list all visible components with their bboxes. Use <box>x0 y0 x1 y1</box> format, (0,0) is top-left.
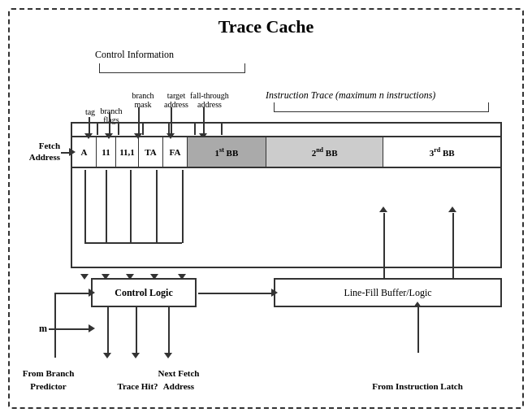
target-addr-text: target address <box>164 91 188 109</box>
f2-down-line <box>130 170 132 243</box>
cl-down-th <box>136 307 137 356</box>
line-fill-up-arrow <box>379 206 387 212</box>
line-fill-up2-arrow <box>448 206 456 212</box>
cache-top-border <box>71 122 502 124</box>
col-a-line <box>97 124 98 135</box>
fall-through-text: fall-through address <box>190 91 229 109</box>
line-fill-up2-line <box>452 213 454 278</box>
a-down-line <box>84 170 86 243</box>
ctrl-logic-box: Control Logic <box>91 278 197 307</box>
f1-down-line <box>106 170 107 243</box>
bp-arrow <box>103 353 111 358</box>
from-bp-h <box>54 293 91 294</box>
cl-to-lf-arrow <box>271 289 278 297</box>
cl-to-lf-line <box>198 293 274 294</box>
from-instr-arrow <box>413 302 422 307</box>
lines-h-bar <box>84 242 182 244</box>
from-instr-line <box>417 307 419 353</box>
branch-mask-text: branch mask <box>132 91 154 109</box>
col-bb-line <box>221 124 223 135</box>
line-fill-up-line <box>383 213 385 278</box>
target-addr-label: target address <box>161 91 192 109</box>
col-11i-line <box>142 124 144 135</box>
col-fa-line <box>194 124 196 135</box>
col-ta-line <box>168 124 170 135</box>
instr-trace-label: Instruction Trace (maximum n instruction… <box>266 89 435 102</box>
m-arrow <box>89 324 95 332</box>
next-fetch-label: Next Fetch Address <box>146 367 211 393</box>
cl-down-nf <box>168 307 170 356</box>
ctrl-info-bracket <box>99 63 245 73</box>
page-title: Trace Cache <box>10 16 522 37</box>
col-11-line <box>118 124 119 135</box>
outer-container: Trace Cache Control Information Instruct… <box>8 8 524 409</box>
branch-flags-label: branch flags <box>97 98 125 124</box>
m-h-line <box>49 328 91 330</box>
from-bp-line <box>54 293 56 358</box>
cl-arrow1 <box>80 274 89 280</box>
m-label: m <box>39 323 47 335</box>
branch-mask-label: branch mask <box>128 91 158 109</box>
ta-down-line <box>156 170 158 243</box>
th-arrow <box>132 353 140 358</box>
line-fill-box: Line-Fill Buffer/Logic <box>274 278 502 307</box>
instr-trace-bracket <box>274 102 489 112</box>
fall-through-label: fall-through address <box>190 91 229 109</box>
from-instr-label: From Instruction Latch <box>361 380 474 393</box>
from-branch-label: From Branch Predictor <box>14 367 83 393</box>
nf-arrow <box>164 353 172 358</box>
ctrl-info-label: Control Information <box>95 49 174 61</box>
fa-down-line <box>182 170 184 243</box>
from-bp-arrow <box>89 289 95 297</box>
cache-outer-border <box>71 122 502 268</box>
cl-down-bp <box>107 307 109 356</box>
fetch-address-label: Fetch Address <box>13 140 60 163</box>
